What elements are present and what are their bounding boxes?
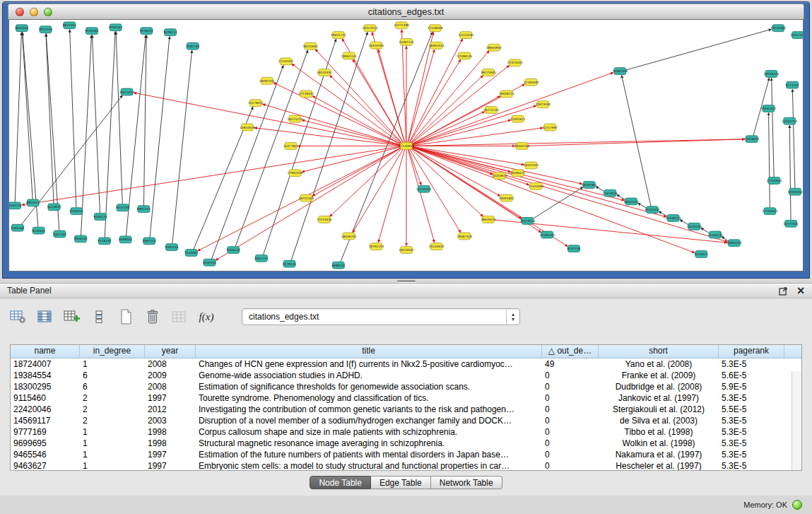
graph-node[interactable]: 14810529 xyxy=(240,124,255,131)
edge[interactable] xyxy=(15,33,21,202)
edge[interactable] xyxy=(622,75,652,206)
graph-node[interactable]: 8633104 xyxy=(15,25,28,32)
edge[interactable] xyxy=(772,78,775,177)
graph-node[interactable]: 9301245 xyxy=(165,244,179,251)
column-header-pagerank[interactable]: pagerank xyxy=(719,345,784,358)
edge[interactable] xyxy=(172,50,192,244)
graph-node[interactable]: 18452167 xyxy=(623,198,639,205)
graph-node[interactable]: 18046731 xyxy=(341,233,357,240)
graph-node[interactable]: 18664953 xyxy=(486,44,502,51)
graph-node[interactable]: 11548408 xyxy=(428,25,443,32)
graph-node[interactable]: 19134062 xyxy=(771,25,787,32)
citation-edge[interactable] xyxy=(329,148,402,217)
network-file-select[interactable]: citations_edges.txt ▲▼ xyxy=(242,308,520,325)
column-header-name[interactable]: name xyxy=(11,345,80,358)
citation-edge[interactable] xyxy=(411,75,483,144)
graph-node[interactable]: 15487210 xyxy=(399,38,414,45)
graph-node[interactable]: 19102342 xyxy=(645,206,660,214)
citation-edge[interactable] xyxy=(412,147,666,217)
edge[interactable] xyxy=(116,32,122,204)
graph-node[interactable]: 9178240 xyxy=(98,238,111,245)
graph-node[interactable]: 9289035 xyxy=(119,236,132,243)
select-rows-icon[interactable] xyxy=(89,308,109,325)
graph-node[interactable]: 19345162 xyxy=(761,105,777,112)
graph-node[interactable]: 19058723 xyxy=(499,90,514,98)
graph-node[interactable]: 17253442 xyxy=(317,216,332,223)
edge[interactable] xyxy=(70,30,76,208)
column-header-out_de[interactable]: △ out_de… xyxy=(542,345,599,358)
table-row[interactable]: 2242004622012Investigating the contribut… xyxy=(11,404,801,415)
graph-node[interactable]: 20517341 xyxy=(790,32,803,39)
edge[interactable] xyxy=(92,35,100,214)
graph-node[interactable]: 18120437 xyxy=(317,69,332,76)
new-table-icon[interactable] xyxy=(116,308,136,325)
citation-edge[interactable] xyxy=(408,49,435,143)
edge[interactable] xyxy=(22,33,33,199)
graph-node[interactable]: 20515013 xyxy=(119,88,135,95)
graph-node[interactable]: 16771743 xyxy=(483,107,499,114)
citation-edge[interactable] xyxy=(412,139,745,146)
zoom-window-button[interactable] xyxy=(44,8,52,16)
graph-node[interactable]: 15377821 xyxy=(283,143,299,150)
graph-node[interactable]: 9273741 xyxy=(786,81,799,88)
minimize-window-button[interactable] xyxy=(30,8,38,16)
column-header-in_degree[interactable]: in_degree xyxy=(80,345,145,358)
edge[interactable] xyxy=(81,35,92,235)
column-header-short[interactable]: short xyxy=(599,345,719,358)
graph-node[interactable]: 16092341 xyxy=(259,77,275,84)
table-row[interactable]: 1872400712008Changes of HCN gene express… xyxy=(11,358,801,370)
graph-node[interactable]: 11973454 xyxy=(507,59,523,66)
edge[interactable] xyxy=(23,33,38,228)
graph-node[interactable]: 20423153 xyxy=(363,25,378,32)
graph-node[interactable]: 9012456 xyxy=(39,26,52,33)
graph-node[interactable]: 21045231 xyxy=(707,231,723,238)
tab-node-table[interactable]: Node Table xyxy=(310,476,371,489)
edge[interactable] xyxy=(105,32,115,238)
graph-node[interactable]: 9578130 xyxy=(283,260,296,267)
column-header-year[interactable]: year xyxy=(145,345,196,358)
graph-node[interactable]: 13210614 xyxy=(492,173,507,180)
graph-node[interactable]: 18220631 xyxy=(302,42,318,49)
graph-node[interactable]: 19234507 xyxy=(399,247,414,254)
manage-columns-icon[interactable] xyxy=(35,308,55,325)
edge[interactable] xyxy=(625,29,772,70)
citation-edge[interactable] xyxy=(412,146,524,165)
graph-node[interactable]: 9015234 xyxy=(116,204,129,211)
column-settings-icon[interactable] xyxy=(8,308,28,325)
float-panel-icon[interactable] xyxy=(779,286,788,296)
graph-node[interactable]: 8915672 xyxy=(26,199,40,206)
tab-network-table[interactable]: Network Table xyxy=(431,476,502,489)
graph-node[interactable]: 17142052 xyxy=(278,58,294,65)
graph-node[interactable]: 12125430 xyxy=(458,32,473,39)
graph-node[interactable]: 19245105 xyxy=(687,223,702,230)
graph-node[interactable]: 9134562 xyxy=(86,28,99,35)
graph-node[interactable]: 9078214 xyxy=(164,29,177,36)
edge[interactable] xyxy=(769,112,770,207)
graph-node[interactable]: 19061124 xyxy=(341,52,357,59)
graph-node[interactable]: 9056410 xyxy=(74,235,88,243)
graph-node[interactable]: 9245012 xyxy=(695,251,708,258)
graph-node[interactable]: 10973493 xyxy=(535,101,551,108)
citation-edge[interactable] xyxy=(273,83,401,145)
graph-node[interactable]: 17703343 xyxy=(763,208,778,215)
graph-node[interactable]: 17591203 xyxy=(539,231,555,238)
graph-node[interactable]: 11544093 xyxy=(529,182,544,189)
graph-node[interactable]: 9267103 xyxy=(53,230,66,238)
graph-node[interactable]: 16961913 xyxy=(429,42,445,49)
graph-node[interactable]: 9256103 xyxy=(140,28,153,35)
graph-node[interactable]: 9310245 xyxy=(9,202,22,209)
graph-node[interactable]: 9182736 xyxy=(186,42,199,49)
citation-edge[interactable] xyxy=(22,146,401,205)
graph-node[interactable]: 9150342 xyxy=(32,227,45,234)
import-table-icon[interactable] xyxy=(170,308,189,325)
graph-node[interactable]: 17673425 xyxy=(603,189,618,197)
table-row[interactable]: 1456911722003Disruption of a novel membe… xyxy=(11,415,801,426)
edge[interactable] xyxy=(341,32,433,262)
graph-node[interactable]: 17201654 xyxy=(767,177,782,185)
edge[interactable] xyxy=(211,65,283,259)
edge[interactable] xyxy=(46,34,54,204)
edge[interactable] xyxy=(789,125,791,220)
graph-node[interactable]: 16591902 xyxy=(582,181,597,188)
vertical-scrollbar[interactable] xyxy=(792,371,801,470)
citation-edge[interactable] xyxy=(353,149,404,233)
